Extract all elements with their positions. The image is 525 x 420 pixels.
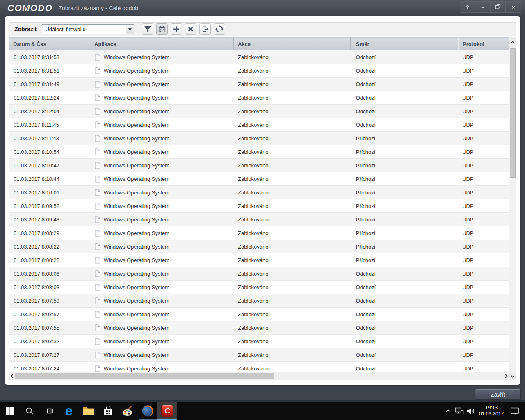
table-row[interactable]: 01.03.2017 8:08:22 Windows Operating Sys… bbox=[9, 240, 509, 253]
cell-direction: Odchozí bbox=[351, 348, 458, 361]
table-row[interactable]: 01.03.2017 8:07:59 Windows Operating Sys… bbox=[9, 294, 509, 308]
cell-app: Windows Operating System bbox=[91, 253, 234, 267]
calendar-button[interactable] bbox=[156, 23, 168, 35]
cell-action: Zablokováno bbox=[234, 118, 351, 131]
table-row[interactable]: 01.03.2017 8:11:43 Windows Operating Sys… bbox=[9, 132, 509, 145]
app-name: Windows Operating System bbox=[104, 311, 169, 317]
minimize-button[interactable]: – bbox=[475, 2, 491, 12]
titlebar: COMODO Zobrazit záznamy - Celé období ? … bbox=[0, 0, 525, 16]
column-header-protocol[interactable]: Protokol bbox=[458, 38, 509, 50]
cell-datetime: 01.03.2017 8:12:04 bbox=[9, 105, 91, 118]
table-row[interactable]: 01.03.2017 8:07:32 Windows Operating Sys… bbox=[9, 335, 509, 348]
vertical-scrollbar[interactable] bbox=[509, 37, 516, 380]
table-row[interactable]: 01.03.2017 8:07:55 Windows Operating Sys… bbox=[9, 321, 509, 335]
tray-expand-button[interactable] bbox=[443, 402, 454, 420]
action-center-button[interactable] bbox=[506, 402, 523, 420]
edge-button[interactable]: e bbox=[59, 402, 79, 420]
table-row[interactable]: 01.03.2017 8:10:44 Windows Operating Sys… bbox=[9, 172, 509, 186]
cell-protocol: UDP bbox=[458, 253, 509, 267]
scroll-left-button[interactable] bbox=[9, 372, 15, 380]
comodo-taskbar-button[interactable]: C bbox=[158, 402, 177, 420]
volume-tray-button[interactable] bbox=[465, 402, 477, 420]
app-name: Windows Operating System bbox=[104, 244, 169, 250]
table-row[interactable]: 01.03.2017 8:07:27 Windows Operating Sys… bbox=[9, 348, 509, 362]
file-icon bbox=[95, 284, 100, 291]
app-name: Windows Operating System bbox=[104, 54, 169, 60]
calendar-icon bbox=[158, 25, 166, 33]
table-row[interactable]: 01.03.2017 8:08:20 Windows Operating Sys… bbox=[9, 253, 509, 267]
file-icon bbox=[95, 324, 100, 331]
cell-datetime: 01.03.2017 8:08:06 bbox=[9, 267, 91, 280]
task-view-button[interactable] bbox=[39, 402, 59, 420]
filter-icon bbox=[144, 25, 152, 33]
app-name: Windows Operating System bbox=[104, 352, 169, 358]
cell-protocol: UDP bbox=[458, 50, 509, 64]
export-button[interactable] bbox=[199, 23, 211, 35]
app-name: Windows Operating System bbox=[104, 298, 169, 304]
cell-action: Zablokováno bbox=[234, 348, 351, 361]
store-icon bbox=[103, 405, 114, 417]
file-icon bbox=[95, 81, 100, 88]
paint-button[interactable] bbox=[118, 402, 138, 420]
table-row[interactable]: 01.03.2017 8:10:01 Windows Operating Sys… bbox=[9, 186, 509, 199]
clear-button[interactable] bbox=[185, 23, 196, 35]
table-row[interactable]: 01.03.2017 8:08:29 Windows Operating Sys… bbox=[9, 226, 509, 240]
cell-direction: Příchozí bbox=[351, 253, 458, 267]
scroll-right-button[interactable] bbox=[504, 372, 509, 380]
horizontal-scroll-thumb[interactable] bbox=[15, 373, 274, 379]
chevron-up-icon bbox=[510, 40, 516, 45]
refresh-button[interactable] bbox=[214, 23, 225, 35]
column-header-datetime[interactable]: Datum & Čas bbox=[9, 38, 91, 50]
file-explorer-button[interactable] bbox=[79, 402, 98, 420]
scroll-down-button[interactable] bbox=[509, 372, 516, 380]
horizontal-scrollbar[interactable] bbox=[9, 372, 509, 380]
close-window-button[interactable]: × bbox=[506, 2, 521, 12]
cell-action: Zablokováno bbox=[234, 199, 351, 212]
toolbar: Zobrazit Události firewallu bbox=[9, 22, 516, 36]
cell-datetime: 01.03.2017 8:08:29 bbox=[9, 226, 91, 240]
cell-action: Zablokováno bbox=[234, 172, 351, 185]
table-row[interactable]: 01.03.2017 8:12:24 Windows Operating Sys… bbox=[9, 91, 509, 105]
taskbar-clock[interactable]: 19:13 01.03.2017 bbox=[477, 402, 506, 420]
table-row[interactable]: 01.03.2017 8:10:47 Windows Operating Sys… bbox=[9, 159, 509, 172]
table-row[interactable]: 01.03.2017 8:10:54 Windows Operating Sys… bbox=[9, 145, 509, 159]
search-button[interactable] bbox=[20, 402, 39, 420]
add-button[interactable] bbox=[171, 23, 182, 35]
column-header-action[interactable]: Akce bbox=[234, 38, 351, 50]
cell-datetime: 01.03.2017 8:31:53 bbox=[9, 50, 91, 64]
table-row[interactable]: 01.03.2017 8:31:49 Windows Operating Sys… bbox=[9, 78, 509, 91]
help-button[interactable]: ? bbox=[460, 2, 475, 12]
network-tray-button[interactable] bbox=[454, 402, 465, 420]
file-icon bbox=[95, 203, 100, 210]
table-row[interactable]: 01.03.2017 8:09:43 Windows Operating Sys… bbox=[9, 213, 509, 226]
cell-app: Windows Operating System bbox=[91, 281, 234, 294]
cell-direction: Příchozí bbox=[351, 226, 458, 240]
close-dialog-button[interactable]: Zavřít bbox=[475, 389, 521, 400]
table-row[interactable]: 01.03.2017 8:09:52 Windows Operating Sys… bbox=[9, 199, 509, 213]
cell-protocol: UDP bbox=[458, 226, 509, 240]
cell-protocol: UDP bbox=[458, 91, 509, 104]
column-header-app[interactable]: Aplikace bbox=[91, 38, 234, 50]
app-name: Windows Operating System bbox=[104, 271, 169, 277]
cell-app: Windows Operating System bbox=[91, 213, 234, 226]
table-row[interactable]: 01.03.2017 8:12:04 Windows Operating Sys… bbox=[9, 105, 509, 118]
dropdown-button[interactable] bbox=[126, 25, 134, 34]
firefox-button[interactable] bbox=[138, 402, 158, 420]
cell-datetime: 01.03.2017 8:07:32 bbox=[9, 335, 91, 348]
scroll-up-button[interactable] bbox=[509, 37, 516, 47]
restore-button[interactable] bbox=[491, 2, 506, 12]
vertical-scroll-thumb[interactable] bbox=[510, 48, 516, 178]
column-header-direction[interactable]: Směr bbox=[351, 38, 458, 50]
log-type-dropdown[interactable]: Události firewallu bbox=[42, 24, 134, 34]
filter-button[interactable] bbox=[142, 23, 153, 35]
table-row[interactable]: 01.03.2017 8:31:53 Windows Operating Sys… bbox=[9, 50, 509, 64]
start-button[interactable] bbox=[0, 402, 20, 420]
chevron-up-icon bbox=[445, 408, 452, 414]
table-row[interactable]: 01.03.2017 8:08:03 Windows Operating Sys… bbox=[9, 281, 509, 294]
cell-app: Windows Operating System bbox=[91, 199, 234, 212]
table-row[interactable]: 01.03.2017 8:31:51 Windows Operating Sys… bbox=[9, 64, 509, 78]
table-row[interactable]: 01.03.2017 8:08:06 Windows Operating Sys… bbox=[9, 267, 509, 281]
table-row[interactable]: 01.03.2017 8:11:45 Windows Operating Sys… bbox=[9, 118, 509, 132]
store-button[interactable] bbox=[98, 402, 118, 420]
table-row[interactable]: 01.03.2017 8:07:57 Windows Operating Sys… bbox=[9, 308, 509, 321]
